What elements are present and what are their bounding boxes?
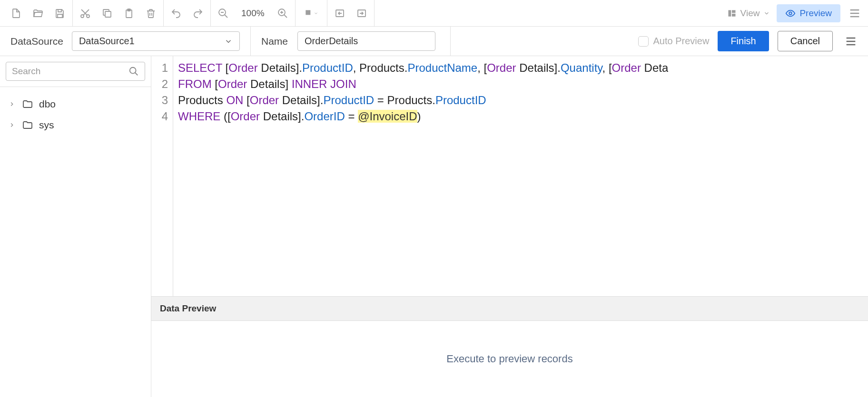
search-box[interactable] — [6, 62, 145, 81]
auto-preview-checkbox[interactable]: Auto Preview — [638, 36, 710, 47]
name-section: Name — [251, 27, 451, 56]
code-line: Products ON [Order Details].ProductID = … — [178, 92, 668, 108]
zoom-group: 100% — [211, 0, 296, 26]
datasource-select[interactable]: DataSource1 — [72, 31, 240, 51]
datasource-value: DataSource1 — [79, 36, 135, 47]
layer-dropdown-button[interactable] — [300, 6, 322, 21]
edit-group — [73, 0, 164, 26]
svg-rect-12 — [732, 13, 736, 16]
code-line: WHERE ([Order Details].OrderID = @Invoic… — [178, 108, 668, 125]
schema-sidebar: dbo sys — [0, 56, 151, 397]
line-number: 4 — [151, 108, 168, 125]
code-line: SELECT [Order Details].ProductID, Produc… — [178, 60, 668, 76]
data-preview-empty-text: Execute to preview records — [446, 353, 572, 365]
cancel-button[interactable]: Cancel — [778, 31, 833, 51]
snap-left-button[interactable] — [332, 6, 347, 21]
delete-button[interactable] — [143, 6, 158, 21]
folder-icon — [22, 119, 33, 131]
chevron-right-icon — [8, 101, 16, 107]
code-body[interactable]: SELECT [Order Details].ProductID, Produc… — [173, 56, 668, 296]
line-number: 1 — [151, 60, 168, 76]
config-bar: DataSource DataSource1 Name Auto Preview… — [0, 27, 868, 56]
zoom-level: 100% — [237, 8, 268, 19]
svg-point-14 — [130, 68, 136, 74]
undo-button[interactable] — [168, 6, 184, 21]
open-file-button[interactable] — [30, 6, 46, 21]
svg-rect-10 — [728, 10, 731, 16]
line-gutter: 1 2 3 4 — [151, 56, 173, 296]
redo-button[interactable] — [190, 6, 206, 21]
tree-item-sys[interactable]: sys — [4, 115, 147, 136]
data-preview-header[interactable]: Data Preview — [151, 296, 868, 321]
tree-item-dbo[interactable]: dbo — [4, 94, 147, 115]
svg-point-0 — [81, 15, 84, 18]
history-group — [164, 0, 211, 26]
preview-button[interactable]: Preview — [777, 4, 840, 22]
svg-rect-2 — [105, 11, 111, 17]
editor-area: 1 2 3 4 SELECT [Order Details].ProductID… — [151, 56, 868, 397]
search-container — [0, 56, 151, 87]
layer-group — [296, 0, 327, 26]
paste-button[interactable] — [121, 6, 137, 21]
folder-icon — [22, 98, 33, 110]
chevron-right-icon — [8, 122, 16, 128]
data-preview-body: Execute to preview records — [151, 321, 868, 397]
finish-button[interactable]: Finish — [718, 31, 769, 51]
new-file-button[interactable] — [9, 6, 24, 21]
actions-section: Auto Preview Finish Cancel — [451, 31, 868, 51]
name-label: Name — [261, 36, 288, 47]
svg-point-1 — [87, 15, 89, 18]
checkbox-icon — [638, 36, 649, 47]
schema-tree: dbo sys — [0, 87, 151, 142]
svg-point-13 — [789, 12, 792, 15]
zoom-in-button[interactable] — [275, 6, 290, 21]
datasource-section: DataSource DataSource1 — [0, 27, 251, 56]
datasource-label: DataSource — [10, 36, 63, 47]
copy-button[interactable] — [99, 6, 115, 21]
tree-item-label: dbo — [39, 98, 56, 110]
file-group — [4, 0, 73, 26]
grid-group — [327, 0, 375, 26]
sql-editor[interactable]: 1 2 3 4 SELECT [Order Details].ProductID… — [151, 56, 868, 296]
view-label: View — [740, 8, 760, 19]
main-area: dbo sys 1 2 3 4 SELECT [Order — [0, 56, 868, 397]
preview-label: Preview — [799, 8, 832, 19]
main-toolbar: 100% View Preview — [0, 0, 868, 27]
query-menu-button[interactable] — [841, 32, 860, 51]
svg-rect-7 — [306, 10, 310, 15]
cut-button[interactable] — [78, 6, 93, 21]
line-number: 2 — [151, 76, 168, 92]
snap-right-button[interactable] — [354, 6, 369, 21]
search-input[interactable] — [12, 66, 125, 77]
line-number: 3 — [151, 92, 168, 108]
search-icon — [128, 66, 139, 77]
view-button[interactable]: View — [720, 5, 777, 21]
code-line: FROM [Order Details] INNER JOIN — [178, 76, 668, 92]
name-input[interactable] — [297, 31, 435, 51]
auto-preview-label: Auto Preview — [653, 36, 710, 47]
svg-rect-11 — [732, 10, 736, 13]
tree-item-label: sys — [39, 119, 54, 131]
save-button[interactable] — [52, 6, 68, 21]
zoom-out-button[interactable] — [216, 6, 231, 21]
hamburger-button[interactable] — [845, 4, 864, 23]
